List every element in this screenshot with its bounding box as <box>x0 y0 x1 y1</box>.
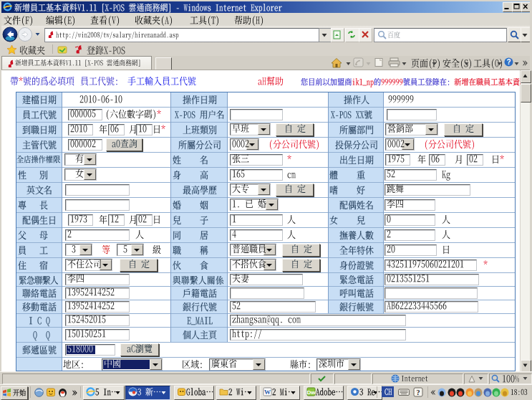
svg-text:?: ? <box>417 389 420 396</box>
svg-text:?: ? <box>506 58 511 66</box>
svg-text:W: W <box>264 389 271 396</box>
